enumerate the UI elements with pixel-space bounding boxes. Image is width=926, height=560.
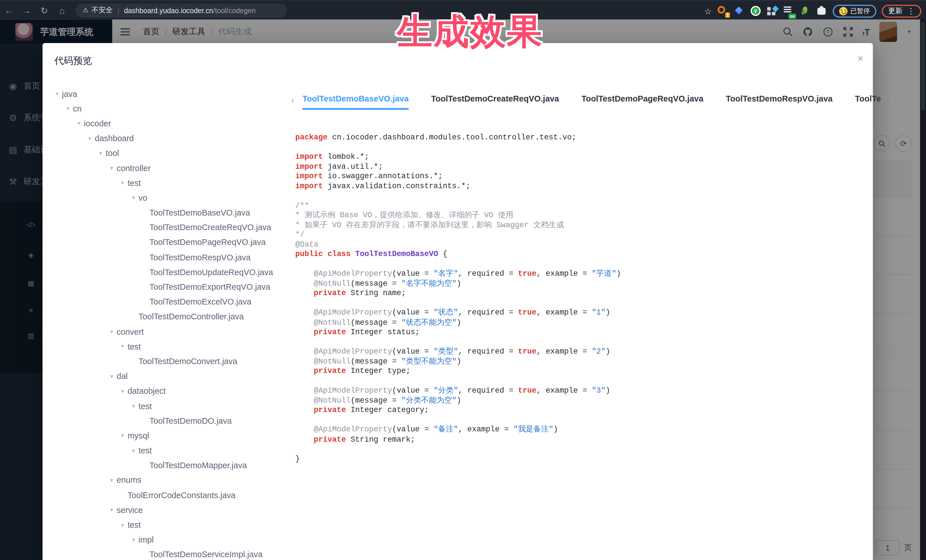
tree-expand-icon[interactable]: ▾ — [85, 135, 95, 142]
tree-file[interactable]: ToolTestDemoPageReqVO.java — [46, 235, 288, 250]
switch-extension-icon[interactable]: on — [783, 5, 794, 17]
tree-file[interactable]: ToolTestDemoBaseVO.java — [46, 205, 288, 220]
browser-reload-icon[interactable]: ↻ — [35, 5, 53, 16]
tree-node-label: ToolTestDemoPageReqVO.java — [150, 237, 266, 247]
tree-file[interactable]: ToolTestDemoCreateReqVO.java — [46, 220, 288, 235]
tree-file[interactable]: ToolTestDemoRespVO.java — [46, 250, 288, 265]
tree-expand-icon[interactable]: ▾ — [118, 343, 127, 350]
tree-file[interactable]: ToolTestDemoMapper.java — [46, 458, 288, 473]
tree-node-label: ToolErrorCodeConstants.java — [127, 491, 236, 500]
tree-folder[interactable]: ▾vo — [46, 190, 288, 205]
tree-file[interactable]: ToolTestDemoUpdateReqVO.java — [46, 265, 288, 279]
tree-node-label: service — [117, 505, 143, 515]
puzzle-extension-icon[interactable] — [816, 5, 827, 17]
tree-file[interactable]: ToolTestDemoServiceImpl.java — [46, 547, 288, 560]
tree-node-label: ToolTestDemoDO.java — [150, 416, 232, 426]
code-line: @NotNull(message = "状态不能为空") — [295, 318, 886, 328]
tree-node-label: test — [127, 178, 141, 188]
code-line — [295, 445, 886, 454]
sprout-extension-icon[interactable] — [800, 5, 811, 17]
tree-expand-icon[interactable]: ▾ — [107, 477, 117, 484]
tree-expand-icon[interactable]: ▾ — [52, 91, 62, 97]
tree-node-label: ToolTestDemoMapper.java — [150, 460, 247, 470]
tree-node-label: convert — [117, 327, 144, 336]
file-tab[interactable]: ToolTestDemoCreateReqVO.java — [431, 94, 559, 110]
browser-forward-icon[interactable]: → — [18, 5, 35, 15]
file-tab[interactable]: ToolTestDemoBaseVO.java — [303, 94, 409, 110]
tree-node-label: dashboard — [95, 133, 134, 143]
proxy-extension-icon[interactable]: 1 — [717, 5, 728, 17]
tree-expand-icon[interactable]: ▾ — [63, 105, 73, 112]
code-line: import java.util.*; — [295, 162, 886, 172]
tree-folder[interactable]: ▾tool — [46, 146, 288, 160]
tree-file[interactable]: ToolTestDemoExportReqVO.java — [46, 279, 288, 294]
tree-folder[interactable]: ▾dal — [46, 369, 288, 383]
scrollbar[interactable] — [920, 20, 926, 560]
tree-folder[interactable]: ▾convert — [46, 324, 288, 339]
tree-folder[interactable]: ▾test — [46, 443, 288, 458]
tree-expand-icon[interactable]: ▾ — [118, 180, 127, 186]
code-line: */ — [295, 230, 886, 240]
tree-node-label: ToolTestDemoCreateReqVO.java — [150, 223, 271, 232]
tree-node-label: tool — [106, 148, 119, 158]
file-tab[interactable]: ToolTe — [855, 94, 881, 110]
tree-file[interactable]: ToolTestDemoController.java — [46, 309, 288, 324]
address-bar[interactable]: ⚠ 不安全 | dashboard.yudao.iocoder.cn/tool/… — [76, 3, 287, 17]
tree-file[interactable]: ToolErrorCodeConstants.java — [46, 488, 288, 503]
tree-folder[interactable]: ▾test — [46, 517, 288, 532]
tree-node-label: cn — [73, 104, 82, 113]
tabs-scroll-left-icon[interactable]: ‹ — [291, 95, 294, 105]
code-line: import javax.validation.constraints.*; — [295, 182, 886, 191]
tree-folder[interactable]: ▾dashboard — [46, 131, 288, 146]
gem-extension-icon[interactable] — [734, 5, 744, 17]
tree-expand-icon[interactable]: ▾ — [129, 447, 138, 454]
tree-expand-icon[interactable]: ▾ — [107, 373, 117, 379]
tree-expand-icon[interactable]: ▾ — [107, 507, 117, 513]
tree-folder[interactable]: ▾test — [46, 398, 288, 413]
tree-file[interactable]: ToolTestDemoDO.java — [46, 413, 288, 428]
bookmark-star-icon[interactable]: ☆ — [704, 6, 712, 16]
tree-expand-icon[interactable]: ▾ — [74, 120, 84, 127]
tree-folder[interactable]: ▾iocoder — [46, 116, 288, 131]
tree-file[interactable]: ToolTestDemoConvert.java — [46, 354, 288, 369]
tree-folder[interactable]: ▾java — [46, 86, 288, 101]
code-preview-modal: 代码预览 × ▾java▾cn▾iocoder▾dashboard▾tool▾c… — [42, 43, 873, 560]
tree-expand-icon[interactable]: ▾ — [129, 536, 138, 543]
code-line: private Integer status; — [295, 328, 886, 337]
browser-home-icon[interactable]: ⌂ — [53, 5, 71, 15]
code-line: public class ToolTestDemoBaseVO { — [295, 250, 886, 260]
paused-profile-badge[interactable]: 已暂停 — [833, 5, 876, 18]
tree-node-label: vo — [138, 193, 147, 202]
tree-folder[interactable]: ▾mysql — [46, 428, 288, 443]
tree-folder[interactable]: ▾test — [46, 339, 288, 354]
tree-file[interactable]: ToolTestDemoExcelVO.java — [46, 294, 288, 309]
tree-expand-icon[interactable]: ▾ — [118, 432, 127, 439]
tree-folder[interactable]: ▾dataobject — [46, 383, 288, 398]
tree-expand-icon[interactable]: ▾ — [107, 328, 117, 335]
tree-expand-icon[interactable]: ▾ — [129, 195, 138, 201]
tree-node-label: test — [127, 520, 141, 530]
tree-folder[interactable]: ▾test — [46, 175, 288, 190]
code-viewer: package cn.iocoder.dashboard.modules.too… — [295, 133, 886, 464]
tree-folder[interactable]: ▾enums — [46, 473, 288, 488]
code-line: import io.swagger.annotations.*; — [295, 172, 886, 181]
browser-menu-icon[interactable]: ⋮ — [907, 6, 915, 15]
tree-expand-icon[interactable]: ▾ — [129, 403, 138, 409]
file-tab[interactable]: ToolTestDemoRespVO.java — [726, 94, 832, 110]
file-tab[interactable]: ToolTestDemoPageReqVO.java — [581, 94, 703, 110]
tree-folder[interactable]: ▾impl — [46, 532, 288, 547]
close-icon[interactable]: × — [858, 54, 864, 63]
tabs-scroll-right-icon[interactable]: › — [891, 95, 893, 105]
tree-expand-icon[interactable]: ▾ — [107, 165, 117, 171]
browser-update-button[interactable]: 更新⋮ — [882, 5, 921, 18]
scrollbar-thumb[interactable] — [921, 22, 925, 111]
tree-expand-icon[interactable]: ▾ — [118, 522, 127, 528]
tree-expand-icon[interactable]: ▾ — [95, 150, 106, 157]
tab-manager-extension-icon[interactable] — [767, 5, 778, 17]
tree-folder[interactable]: ▾cn — [46, 101, 288, 116]
tree-expand-icon[interactable]: ▾ — [118, 388, 127, 394]
green-y-extension-icon[interactable]: y — [750, 5, 761, 17]
tree-folder[interactable]: ▾controller — [46, 160, 288, 175]
browser-back-icon[interactable]: ← — [0, 5, 18, 15]
tree-folder[interactable]: ▾service — [46, 503, 288, 517]
